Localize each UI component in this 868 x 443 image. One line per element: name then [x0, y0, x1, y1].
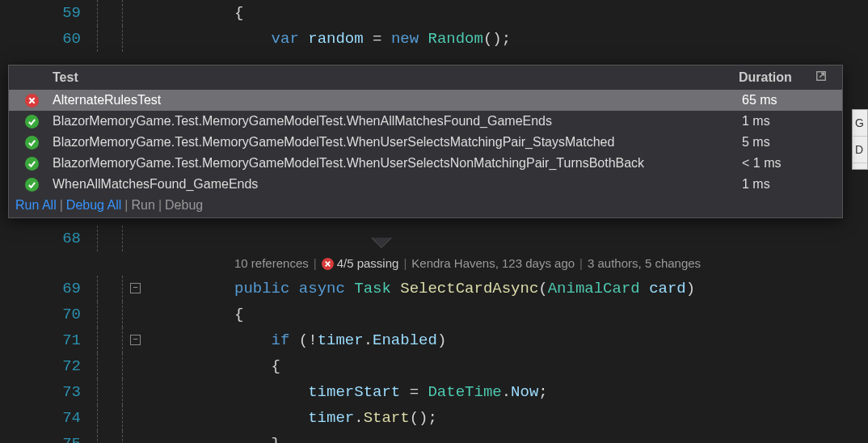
code-line[interactable]: public async Task SelectCardAsync(Animal… — [234, 276, 695, 302]
code-line[interactable]: timerStart = DateTime.Now; — [234, 379, 548, 405]
popout-icon[interactable] — [811, 70, 831, 85]
editor: 59 { 60 var random = new Random(); 68 10… — [0, 0, 868, 443]
line-number: 73 — [0, 379, 97, 405]
sliver-letter: D — [853, 137, 867, 163]
pass-icon — [23, 176, 40, 192]
test-duration: 1 ms — [742, 114, 831, 129]
code-line[interactable]: var random = new Random(); — [234, 26, 511, 52]
test-row[interactable]: AlternateRulesTest 65 ms — [9, 90, 842, 111]
svg-point-4 — [25, 136, 39, 150]
line-number: 72 — [0, 353, 97, 379]
pass-icon — [23, 113, 40, 129]
popup-arrow — [372, 238, 391, 247]
codelens-references[interactable]: 10 references — [234, 251, 309, 276]
test-name: BlazorMemoryGame.Test.MemoryGameModelTes… — [53, 114, 742, 129]
svg-point-3 — [25, 115, 39, 129]
fold-toggle[interactable]: − — [130, 283, 141, 293]
codelens-tests[interactable]: 4/5 passing — [322, 251, 399, 276]
line-number: 71 — [0, 327, 97, 353]
test-duration: 65 ms — [742, 93, 831, 108]
test-name: WhenAllMatchesFound_GameEnds — [53, 177, 742, 192]
popup-actions: Run All | Debug All | Run | Debug — [9, 195, 842, 217]
line-number: 75 — [0, 431, 97, 443]
test-duration: < 1 ms — [742, 156, 831, 171]
code-line[interactable]: } — [234, 431, 280, 443]
test-name: BlazorMemoryGame.Test.MemoryGameModelTes… — [53, 135, 742, 150]
codelens-authors[interactable]: 3 authors, 5 changes — [588, 251, 701, 276]
line-number: 60 — [0, 26, 97, 52]
test-name: BlazorMemoryGame.Test.MemoryGameModelTes… — [53, 156, 742, 171]
test-row[interactable]: BlazorMemoryGame.Test.MemoryGameModelTes… — [9, 111, 842, 132]
code-line[interactable]: timer.Start(); — [234, 405, 437, 431]
fold-toggle[interactable]: − — [130, 335, 141, 345]
code-line[interactable]: { — [234, 302, 243, 327]
code-line[interactable]: { — [234, 353, 280, 379]
code-line[interactable]: if (!timer.Enabled) — [234, 327, 446, 353]
codelens[interactable]: 10 references | 4/5 passing | Kendra Hav… — [0, 251, 868, 276]
column-header-test[interactable]: Test — [53, 70, 739, 85]
svg-point-5 — [25, 157, 39, 171]
run-all-link[interactable]: Run All — [15, 198, 57, 213]
debug-link[interactable]: Debug — [165, 198, 203, 213]
svg-point-6 — [25, 178, 39, 192]
code-line[interactable]: { — [234, 0, 243, 26]
test-name: AlternateRulesTest — [53, 93, 742, 108]
test-duration: 5 ms — [742, 135, 831, 150]
line-number: 69 — [0, 276, 97, 302]
sliver-letter: G — [853, 110, 867, 137]
line-number: 70 — [0, 302, 97, 327]
fail-icon — [322, 258, 334, 270]
line-number: 68 — [0, 226, 97, 251]
pass-icon — [23, 155, 40, 171]
test-row[interactable]: BlazorMemoryGame.Test.MemoryGameModelTes… — [9, 153, 842, 174]
codelens-blame[interactable]: Kendra Havens, 123 days ago — [411, 251, 575, 276]
test-duration: 1 ms — [742, 177, 831, 192]
test-row[interactable]: BlazorMemoryGame.Test.MemoryGameModelTes… — [9, 132, 842, 153]
side-panel-sliver[interactable]: G D — [852, 109, 868, 170]
pass-icon — [23, 134, 40, 150]
debug-all-link[interactable]: Debug All — [66, 198, 122, 213]
line-number: 59 — [0, 0, 97, 26]
test-row[interactable]: WhenAllMatchesFound_GameEnds 1 ms — [9, 174, 842, 195]
run-link[interactable]: Run — [132, 198, 155, 213]
test-results-popup: Test Duration AlternateRulesTest 65 ms B… — [8, 65, 843, 218]
fail-icon — [23, 92, 40, 108]
column-header-duration[interactable]: Duration — [739, 70, 811, 85]
line-number: 74 — [0, 405, 97, 431]
